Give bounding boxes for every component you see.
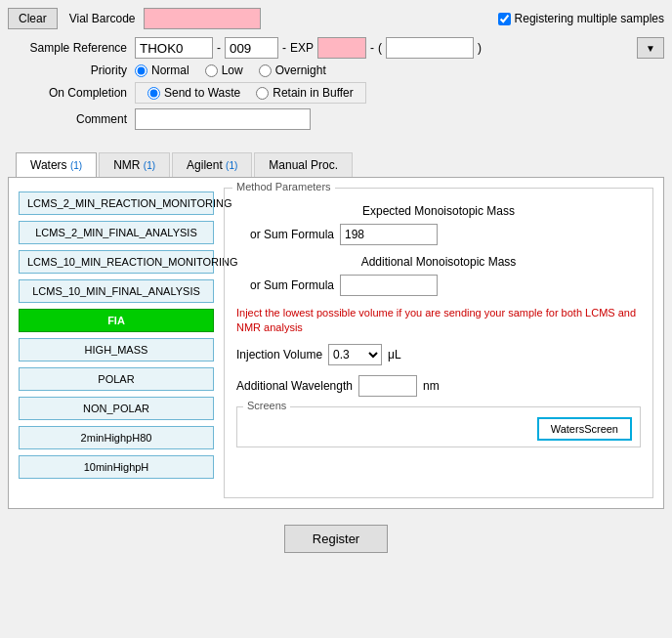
method-item-non-polar[interactable]: NON_POLAR [19, 397, 214, 420]
on-completion-row: On Completion Send to Waste Retain in Bu… [8, 82, 664, 104]
sum-formula-input-2[interactable] [340, 275, 438, 296]
method-item-lcms-2-min-final[interactable]: LCMS_2_MIN_FINAL_ANALYSIS [19, 221, 214, 244]
method-name: 2minHighpH80 [81, 432, 152, 444]
register-multiple-label: Registering multiple samples [515, 12, 664, 25]
warning-text: Inject the lowest possible volume if you… [236, 306, 641, 336]
methods-list: LCMS_2_MIN_REACTION_MONITORING LCMS_2_MI… [19, 188, 214, 498]
tab-manual-proc-label: Manual Proc. [269, 158, 338, 172]
tabs-container: Waters (1) NMR (1) Agilent (1) Manual Pr… [8, 152, 664, 177]
tab-waters-label: Waters [30, 158, 70, 172]
tab-agilent-label: Agilent [187, 158, 226, 172]
close-paren: ) [478, 41, 482, 55]
sample-ref-input-4[interactable] [386, 37, 474, 59]
dropdown-arrow-button[interactable]: ▼ [637, 37, 664, 59]
method-name: LCMS_10_MIN_FINAL_ANALYSIS [32, 285, 200, 297]
sum-formula-input-1[interactable] [340, 224, 438, 245]
sum-formula-row-2: or Sum Formula [236, 275, 641, 296]
tab-nmr[interactable]: NMR (1) [99, 152, 170, 177]
method-item-polar[interactable]: POLAR [19, 367, 214, 391]
expected-mass-label: Expected Monoisotopic Mass [362, 204, 515, 218]
send-to-waste[interactable]: Send to Waste [147, 86, 240, 100]
priority-low-label: Low [222, 64, 243, 77]
injection-volume-select[interactable]: 0.3 0.5 1.0 2.0 [328, 344, 382, 365]
send-to-waste-radio[interactable] [147, 87, 160, 100]
open-paren: ( [378, 41, 382, 55]
method-item-high-mass[interactable]: HIGH_MASS [19, 338, 214, 362]
method-name: 10minHighpH [84, 461, 149, 473]
comment-label: Comment [8, 112, 135, 126]
priority-overnight[interactable]: Overnight [259, 64, 326, 77]
retain-in-buffer[interactable]: Retain in Buffer [256, 86, 354, 100]
injection-volume-row: Injection Volume 0.3 0.5 1.0 2.0 μL [236, 344, 641, 365]
method-name: LCMS_2_MIN_REACTION_MONITORING [27, 197, 231, 209]
method-name: LCMS_2_MIN_FINAL_ANALYSIS [35, 227, 196, 238]
tab-waters[interactable]: Waters (1) [16, 152, 97, 177]
method-name: HIGH_MASS [85, 344, 148, 356]
priority-low[interactable]: Low [205, 64, 243, 77]
priority-row: Priority Normal Low Overnight [8, 64, 664, 77]
method-name: POLAR [98, 373, 134, 385]
register-button[interactable]: Register [284, 525, 388, 553]
additional-wavelength-input[interactable] [358, 375, 417, 397]
send-to-waste-label: Send to Waste [164, 86, 240, 100]
dash-1: - [217, 41, 221, 55]
method-item-fia[interactable]: FIA [19, 309, 214, 332]
method-item-lcms-2-min-reaction[interactable]: LCMS_2_MIN_REACTION_MONITORING [19, 191, 214, 215]
dropdown-area: ▼ [637, 37, 664, 59]
dash-2: - [282, 41, 286, 55]
vial-barcode-input[interactable] [144, 8, 261, 29]
additional-wavelength-row: Additional Wavelength nm [236, 375, 641, 397]
screens-title: Screens [243, 400, 290, 411]
comment-input[interactable] [135, 108, 311, 130]
method-name: NON_POLAR [83, 403, 149, 414]
comment-row: Comment [8, 108, 664, 130]
tab-waters-count: (1) [70, 160, 82, 171]
screens-section: Screens WatersScreen [236, 406, 641, 447]
priority-radio-group: Normal Low Overnight [135, 64, 326, 77]
sample-ref-input-3[interactable] [317, 37, 366, 59]
form-section: Sample Reference - - EXP - ( ) ▼ Priorit… [8, 35, 664, 137]
method-item-10min-high-ph[interactable]: 10minHighpH [19, 455, 214, 479]
retain-in-buffer-radio[interactable] [256, 87, 269, 100]
method-item-2min-high-ph80[interactable]: 2minHighpH80 [19, 426, 214, 449]
vial-barcode-label: Vial Barcode [69, 12, 136, 25]
expected-mass-section: Expected Monoisotopic Mass or Sum Formul… [236, 204, 641, 245]
sum-formula-row-1: or Sum Formula [236, 224, 641, 245]
tab-agilent-count: (1) [226, 160, 237, 171]
sample-reference-label: Sample Reference [8, 41, 135, 55]
dash-3: - [370, 41, 374, 55]
sample-ref-input-1[interactable] [135, 37, 213, 59]
method-item-lcms-10-min-final[interactable]: LCMS_10_MIN_FINAL_ANALYSIS [19, 279, 214, 303]
method-name: FIA [107, 315, 125, 326]
injection-volume-label: Injection Volume [236, 348, 322, 362]
on-completion-box: Send to Waste Retain in Buffer [135, 82, 366, 104]
priority-normal-label: Normal [151, 64, 189, 77]
wavelength-unit: nm [423, 379, 440, 393]
register-multiple-area: Registering multiple samples [498, 12, 664, 25]
tab-nmr-label: NMR [113, 158, 144, 172]
register-multiple-checkbox[interactable] [498, 13, 511, 25]
register-area: Register [8, 525, 664, 553]
sample-ref-input-2[interactable] [225, 37, 278, 59]
priority-overnight-label: Overnight [275, 64, 326, 77]
main-container: Clear Vial Barcode Registering multiple … [0, 0, 672, 561]
on-completion-label: On Completion [8, 86, 135, 100]
method-item-lcms-10-min-reaction[interactable]: LCMS_10_MIN_REACTION_MONITORING [19, 250, 214, 274]
sample-ref-group: - - EXP - ( ) [135, 37, 482, 59]
priority-low-radio[interactable] [205, 64, 218, 77]
priority-overnight-radio[interactable] [259, 64, 272, 77]
sample-reference-row: Sample Reference - - EXP - ( ) ▼ [8, 37, 664, 59]
injection-unit: μL [388, 348, 401, 362]
additional-mass-label: Additional Monoisotopic Mass [361, 255, 517, 269]
waters-screen-button[interactable]: WatersScreen [537, 417, 632, 441]
method-params-title: Method Parameters [232, 181, 335, 192]
sum-formula-label-1: or Sum Formula [236, 228, 334, 241]
priority-normal[interactable]: Normal [135, 64, 189, 77]
method-params-panel: Method Parameters Expected Monoisotopic … [224, 188, 653, 498]
tab-manual-proc[interactable]: Manual Proc. [254, 152, 353, 177]
tab-agilent[interactable]: Agilent (1) [172, 152, 252, 177]
method-name: LCMS_10_MIN_REACTION_MONITORING [27, 256, 238, 268]
clear-button[interactable]: Clear [8, 8, 58, 29]
additional-wavelength-label: Additional Wavelength [236, 379, 353, 393]
priority-normal-radio[interactable] [135, 64, 147, 77]
